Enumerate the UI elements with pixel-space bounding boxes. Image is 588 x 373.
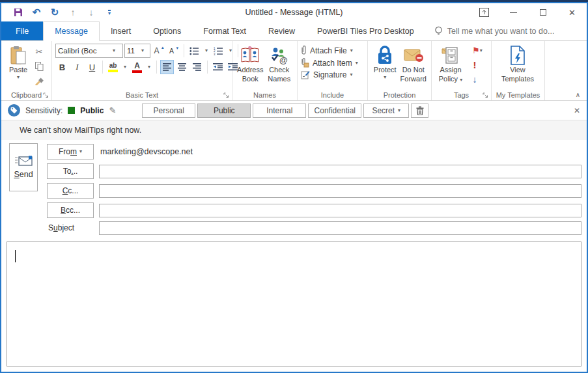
tab-insert[interactable]: Insert [100,21,142,40]
sensitivity-confidential-button[interactable]: Confidential [308,104,361,118]
my-templates-group: View Templates My Templates [492,41,545,100]
sensitivity-public-button[interactable]: Public [197,104,251,118]
bullets-button[interactable] [188,44,201,58]
sensitivity-value: Public [80,106,104,115]
tab-review[interactable]: Review [257,21,306,40]
paste-icon [10,45,27,66]
save-button[interactable] [10,5,26,20]
edit-sensitivity-button[interactable]: ✎ [109,105,116,115]
tab-options[interactable]: Options [142,21,192,40]
address-book-icon [240,45,260,66]
font-color-button[interactable]: A [130,60,144,74]
to-input[interactable] [99,165,581,178]
mailtips-message: We can't show MailTips right now. [20,126,141,135]
bold-icon: B [59,62,65,72]
tab-file[interactable]: File [1,21,43,40]
font-color-dropdown[interactable]: ▾ [145,60,153,74]
low-importance-button[interactable]: ↓ [468,72,482,86]
send-button[interactable]: Send [9,143,38,191]
tab-message[interactable]: Message [43,21,100,41]
maximize-button[interactable] [528,4,557,21]
font-name-value: Calibri (Boc [58,47,113,55]
bcc-button[interactable]: Bcc... [47,202,94,218]
protect-button[interactable]: Protect ▾ [371,44,399,80]
shrink-font-icon: A▾ [169,47,178,55]
cc-input[interactable] [99,184,581,198]
from-button[interactable]: From ▾ [47,144,94,159]
paste-button[interactable]: Paste ▾ [5,44,32,80]
clipboard-dialog-launcher[interactable] [43,92,49,98]
subject-input[interactable] [99,221,581,235]
cut-button[interactable]: ✂ [32,45,46,59]
copy-button[interactable] [32,59,46,73]
tags-group: Assign Policy ▾ ⚑ ▾ ! ↓ Tags [432,41,492,100]
ribbon-display-options-button[interactable] [469,4,499,21]
check-names-button[interactable]: @ Check Names [265,44,294,84]
collapse-ribbon-button[interactable]: ∧ [576,91,580,98]
undo-button[interactable]: ↶ [29,5,44,20]
decrease-indent-button[interactable] [211,60,225,74]
customize-qat-button[interactable]: ▾ [102,5,117,20]
signature-button[interactable]: Signature ▾ [301,70,358,79]
tags-dialog-launcher[interactable] [483,92,489,98]
align-center-button[interactable] [175,60,189,74]
numbering-button[interactable]: 123 [212,44,225,58]
attach-item-button[interactable]: Attach Item ▾ [301,58,358,68]
follow-up-button[interactable]: ⚑ ▾ [468,44,487,57]
move-down-button[interactable]: ↓ [83,5,99,20]
align-left-button[interactable] [160,60,174,74]
close-button[interactable]: ✕ [557,4,587,21]
to-label: To... [63,167,78,176]
clipboard-group: Paste ▾ ✂ Clipboard [1,41,52,100]
sensitivity-color-swatch [68,107,75,114]
align-right-button[interactable] [190,60,204,74]
undo-icon: ↶ [33,7,41,18]
move-up-button[interactable]: ↑ [65,5,81,20]
minimize-icon [510,12,517,13]
basic-text-dialog-launcher[interactable] [223,92,230,98]
high-importance-button[interactable]: ! [468,58,482,72]
attach-file-button[interactable]: Attach File ▾ [301,46,358,55]
highlight-dropdown[interactable]: ▾ [121,60,129,74]
assign-policy-button[interactable]: Assign Policy ▾ [435,44,466,84]
to-button[interactable]: To... [47,163,94,179]
minimize-button[interactable] [499,4,528,21]
grow-font-button[interactable]: A▴ [152,44,165,58]
svg-text:@: @ [279,55,288,64]
ribbon-display-options-icon [479,8,489,17]
bullets-dropdown[interactable]: ▾ [203,44,210,58]
remove-sensitivity-button[interactable] [411,104,428,118]
up-arrow-icon: ↑ [71,7,76,18]
close-sensitivity-bar-button[interactable]: ✕ [574,106,580,115]
do-not-forward-button[interactable]: Do Not Forward [399,44,428,84]
view-templates-button[interactable]: View Templates [495,44,540,84]
message-body[interactable] [7,242,581,366]
basic-text-group-label: Basic Text [52,91,232,99]
align-center-icon [178,63,187,71]
sensitivity-personal-button[interactable]: Personal [142,104,195,118]
address-book-button[interactable]: Address Book [236,44,265,84]
tell-me-box[interactable]: Tell me what you want to do... [434,21,555,40]
basic-text-group: Calibri (Boc ▾ 11 ▾ A▴ A▾ ▾ [52,41,232,100]
font-name-combo[interactable]: Calibri (Boc ▾ [55,44,123,58]
bcc-input[interactable] [99,204,581,217]
text-cursor [15,250,16,262]
redo-button[interactable]: ↻ [47,5,63,20]
shrink-font-button[interactable]: A▾ [167,44,180,58]
dropdown-arrow-icon: ▾ [398,108,400,113]
italic-button[interactable]: I [70,60,84,74]
bold-button[interactable]: B [55,60,69,74]
send-envelope-icon [14,156,33,166]
close-icon: ✕ [574,106,580,115]
highlight-button[interactable]: ab [106,60,120,74]
sensitivity-secret-button[interactable]: Secret ▾ [363,104,409,118]
sensitivity-internal-button[interactable]: Internal [253,104,306,118]
font-size-combo[interactable]: 11 ▾ [124,44,150,58]
tab-format-text[interactable]: Format Text [192,21,257,40]
underline-button[interactable]: U [85,60,99,74]
lightbulb-icon [434,26,443,36]
format-painter-button[interactable] [32,74,46,87]
tab-powerbi-tiles[interactable]: PowerBI Tiles Pro Desktop [306,21,425,40]
cc-button[interactable]: Cc... [47,183,94,199]
compose-header: Send From ▾ marketing@devscope.net To...… [1,140,587,242]
